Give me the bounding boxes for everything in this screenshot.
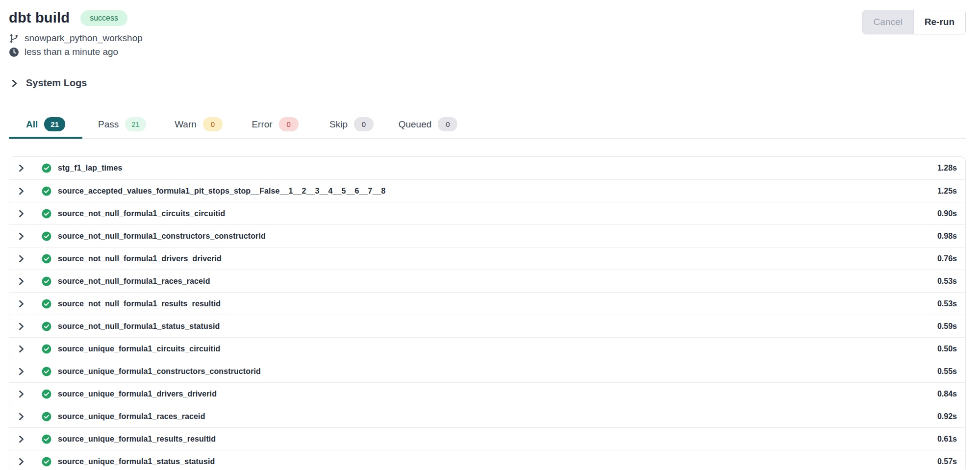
tab-all[interactable]: All 21 [9, 112, 82, 139]
result-duration: 0.53s [937, 299, 957, 308]
result-name: source_unique_formula1_status_statusid [58, 457, 215, 466]
result-duration: 1.25s [937, 187, 957, 196]
result-name: source_unique_formula1_races_raceid [58, 412, 205, 421]
result-row[interactable]: source_unique_formula1_results_resultid … [9, 427, 965, 450]
expand-chevron-icon[interactable] [17, 277, 25, 286]
result-row[interactable]: source_unique_formula1_circuits_circuiti… [9, 337, 965, 360]
result-duration: 0.53s [937, 277, 957, 286]
git-branch-icon [9, 33, 19, 44]
result-row[interactable]: stg_f1_lap_times 1.28s [9, 157, 965, 179]
run-meta: snowpark_python_workshop less than a min… [9, 32, 143, 58]
result-row[interactable]: source_not_null_formula1_drivers_driveri… [9, 247, 965, 270]
tab-pass[interactable]: Pass 21 [85, 112, 159, 139]
result-row[interactable]: source_unique_formula1_constructors_cons… [9, 360, 965, 382]
expand-chevron-icon[interactable] [17, 187, 25, 196]
branch-name: snowpark_python_workshop [25, 33, 143, 44]
result-duration: 0.84s [937, 390, 957, 398]
result-row[interactable]: source_not_null_formula1_circuits_circui… [9, 202, 965, 224]
expand-chevron-icon[interactable] [17, 435, 25, 444]
result-duration: 1.28s [937, 164, 957, 173]
tab-label: All [26, 119, 38, 130]
result-name: source_unique_formula1_drivers_driverid [58, 390, 217, 398]
result-row[interactable]: source_not_null_formula1_races_raceid 0.… [9, 270, 965, 292]
result-name: source_not_null_formula1_status_statusid [58, 322, 220, 331]
success-check-icon [42, 322, 51, 331]
tab-label: Pass [98, 119, 119, 130]
tab-count-badge: 0 [438, 117, 457, 131]
expand-chevron-icon[interactable] [17, 299, 25, 308]
rerun-button[interactable]: Re-run [914, 10, 965, 34]
cancel-button[interactable]: Cancel [863, 10, 914, 34]
success-check-icon [42, 186, 51, 196]
result-duration: 0.59s [937, 322, 957, 331]
run-header-left: dbt build success snowpark_python_worksh… [9, 10, 143, 58]
expand-chevron-icon[interactable] [17, 209, 25, 218]
expand-chevron-icon[interactable] [17, 164, 25, 173]
result-duration: 0.90s [937, 209, 957, 218]
result-name: source_unique_formula1_results_resultid [58, 435, 216, 444]
tab-queued[interactable]: Queued 0 [391, 112, 465, 139]
tab-error[interactable]: Error 0 [238, 112, 312, 139]
result-duration: 0.92s [937, 412, 957, 421]
tab-count-badge: 21 [125, 117, 146, 131]
system-logs-toggle[interactable]: System Logs [10, 77, 87, 89]
success-check-icon [42, 344, 51, 354]
success-check-icon [42, 163, 51, 173]
expand-chevron-icon[interactable] [17, 322, 25, 331]
success-check-icon [42, 209, 51, 219]
result-name: source_not_null_formula1_circuits_circui… [58, 209, 225, 218]
title-row: dbt build success [9, 10, 143, 26]
result-row[interactable]: source_accepted_values_formula1_pit_stop… [9, 179, 965, 202]
system-logs-label: System Logs [26, 77, 87, 89]
result-row[interactable]: source_unique_formula1_status_statusid 0… [9, 450, 965, 470]
success-check-icon [42, 254, 51, 264]
time-row: less than a minute ago [9, 46, 143, 58]
result-name: source_unique_formula1_constructors_cons… [58, 367, 261, 376]
result-name: source_not_null_formula1_drivers_driveri… [58, 254, 222, 263]
result-name: source_not_null_formula1_races_raceid [58, 277, 210, 286]
result-duration: 0.61s [937, 435, 957, 444]
tab-count-badge: 21 [44, 117, 65, 131]
expand-chevron-icon[interactable] [17, 367, 25, 376]
tab-skip[interactable]: Skip 0 [315, 112, 388, 139]
result-name: source_not_null_formula1_results_resulti… [58, 299, 221, 308]
page-title: dbt build [9, 10, 70, 26]
expand-chevron-icon[interactable] [17, 232, 25, 241]
expand-chevron-icon[interactable] [17, 254, 25, 263]
result-name: source_accepted_values_formula1_pit_stop… [58, 187, 386, 196]
tab-label: Warn [175, 119, 197, 130]
run-detail-page: dbt build success snowpark_python_worksh… [0, 0, 980, 470]
result-name: stg_f1_lap_times [58, 164, 122, 173]
result-name: source_unique_formula1_circuits_circuiti… [58, 345, 220, 353]
expand-chevron-icon[interactable] [17, 390, 25, 398]
result-duration: 0.76s [937, 254, 957, 263]
result-row[interactable]: source_unique_formula1_drivers_driverid … [9, 382, 965, 405]
success-check-icon [42, 389, 51, 399]
tab-warn[interactable]: Warn 0 [162, 112, 235, 139]
expand-chevron-icon[interactable] [17, 412, 25, 421]
result-row[interactable]: source_not_null_formula1_status_statusid… [9, 315, 965, 337]
branch-row: snowpark_python_workshop [9, 32, 143, 44]
result-duration: 0.57s [937, 457, 957, 466]
run-header: dbt build success snowpark_python_worksh… [0, 0, 980, 58]
success-check-icon [42, 412, 51, 421]
tab-count-badge: 0 [354, 117, 374, 131]
expand-chevron-icon[interactable] [17, 345, 25, 353]
success-check-icon [42, 276, 51, 286]
run-actions: Cancel Re-run [862, 10, 966, 34]
success-check-icon [42, 299, 51, 309]
result-row[interactable]: source_not_null_formula1_results_resulti… [9, 292, 965, 315]
tab-count-badge: 0 [203, 117, 223, 131]
success-check-icon [42, 457, 51, 467]
tab-label: Error [251, 119, 272, 130]
result-row[interactable]: source_not_null_formula1_constructors_co… [9, 224, 965, 247]
run-time-ago: less than a minute ago [25, 47, 118, 57]
tab-bar: All 21 Pass 21 Warn 0 Error 0 Skip 0 Que… [9, 111, 966, 139]
result-row[interactable]: source_unique_formula1_races_raceid 0.92… [9, 405, 965, 427]
tab-label: Skip [329, 119, 348, 130]
expand-chevron-icon[interactable] [17, 457, 25, 466]
result-duration: 0.50s [937, 345, 957, 353]
tab-label: Queued [399, 119, 432, 130]
tab-count-badge: 0 [279, 117, 299, 131]
success-check-icon [42, 367, 51, 376]
